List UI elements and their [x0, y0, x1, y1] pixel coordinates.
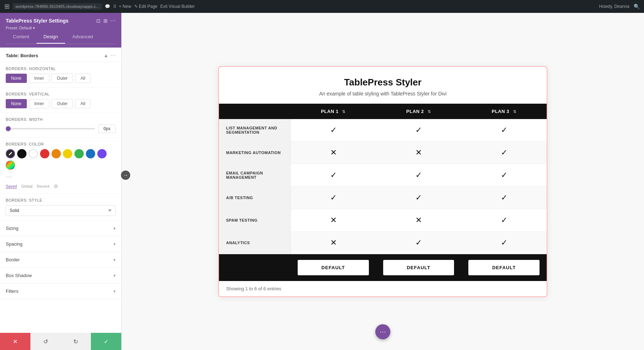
cross-icon: ✕ — [330, 148, 337, 157]
row-feature-0: LIST MANAGEMENT AND SEGMENTATION — [219, 119, 291, 142]
panel-title-icons: ⊡ ⊞ ⋯ — [96, 18, 116, 24]
default-button-plan2[interactable]: DEFAULT — [383, 260, 454, 275]
border-title: Border — [6, 257, 20, 262]
collapse-icon[interactable]: ▲ — [103, 53, 108, 58]
filters-section: Filters ▾ — [0, 284, 121, 299]
topbar: ⊞ wordpress-784896-3610405.cloudwaysapps… — [0, 0, 644, 13]
default-button-plan3[interactable]: DEFAULT — [468, 260, 540, 275]
box-shadow-chevron-icon: ▾ — [113, 273, 116, 278]
box-shadow-header[interactable]: Box Shadow ▾ — [0, 268, 121, 283]
cross-icon: ✕ — [330, 238, 337, 247]
toggle-none-vertical[interactable]: None — [6, 99, 27, 108]
table-title-section: TablePress Styler An example of table st… — [219, 67, 547, 104]
section-more-icon[interactable]: ⋯ — [111, 53, 116, 58]
color-tab-global[interactable]: Global — [21, 184, 33, 188]
edit-page-button[interactable]: ✎ Edit Page — [134, 4, 157, 9]
redo-button[interactable]: ↻ — [61, 333, 91, 350]
blue-swatch[interactable] — [86, 149, 95, 158]
sizing-chevron-icon: ▾ — [113, 226, 116, 231]
table-row: MARKETING AUTOMATION✕✕✓ — [219, 141, 547, 164]
row-3-plan2: ✓ — [376, 186, 462, 209]
yellow-swatch[interactable] — [63, 149, 72, 158]
default-button-plan1[interactable]: DEFAULT — [298, 260, 369, 275]
border-header[interactable]: Border ▾ — [0, 252, 121, 267]
toggle-outer-vertical[interactable]: Outer — [52, 99, 73, 108]
check-icon: ✓ — [330, 125, 337, 134]
sizing-header[interactable]: Sizing ▾ — [0, 221, 121, 236]
width-slider-track[interactable] — [6, 128, 95, 129]
new-button[interactable]: + New — [119, 4, 131, 9]
width-value-input[interactable] — [98, 124, 116, 133]
borders-width-row: Borders: Width — [0, 113, 121, 138]
tab-content[interactable]: Content — [6, 30, 36, 44]
width-slider-thumb[interactable] — [6, 126, 11, 131]
row-3-plan3: ✓ — [461, 186, 547, 209]
sort-icon-plan3: ⇅ — [513, 109, 517, 114]
toggle-all-vertical[interactable]: All — [75, 99, 91, 108]
border-chevron-icon: ▾ — [113, 257, 116, 262]
clone-icon[interactable]: ⊡ — [96, 18, 101, 24]
row-1-plan1: ✕ — [291, 141, 376, 164]
more-swatches-icon[interactable]: ⋯ — [6, 173, 12, 181]
preset-dropdown-icon[interactable]: ▾ — [33, 26, 35, 30]
showing-text: Showing 1 to 6 of 6 entries — [226, 286, 281, 291]
cross-icon: ✕ — [415, 148, 422, 157]
row-0-plan2: ✓ — [376, 119, 462, 142]
orange-swatch[interactable] — [52, 149, 61, 158]
toggle-none-horizontal[interactable]: None — [6, 74, 27, 83]
toggle-inner-horizontal[interactable]: Inner — [29, 74, 49, 83]
cross-icon: ✕ — [330, 216, 337, 225]
row-2-plan1: ✓ — [291, 164, 376, 186]
close-button[interactable]: ✕ — [0, 333, 30, 350]
filters-header[interactable]: Filters ▾ — [0, 284, 121, 299]
undo-button[interactable]: ↺ — [30, 333, 61, 350]
spacing-header[interactable]: Spacing ▾ — [0, 236, 121, 252]
box-shadow-section: Box Shadow ▾ — [0, 268, 121, 284]
layout-icon[interactable]: ⊞ — [103, 18, 108, 24]
user-greeting: Howdy, Deanna — [599, 4, 630, 9]
toggle-all-horizontal[interactable]: All — [75, 74, 91, 83]
spacing-chevron-icon: ▾ — [113, 242, 116, 247]
borders-width-slider-row — [6, 124, 116, 133]
save-button[interactable]: ✓ — [91, 333, 121, 350]
color-tab-recent[interactable]: Recent — [37, 184, 49, 188]
table-header-plan2[interactable]: PLAN 2 ⇅ — [376, 104, 462, 119]
toggle-outer-horizontal[interactable]: Outer — [52, 74, 73, 83]
color-tab-saved[interactable]: Saved — [6, 184, 17, 189]
panel-resize-handle[interactable]: → — [121, 171, 130, 180]
check-icon: ✓ — [501, 148, 507, 157]
comment-icon: 💬 — [105, 4, 110, 9]
wp-logo-icon[interactable]: ⊞ — [4, 3, 10, 10]
black-swatch[interactable] — [17, 149, 26, 158]
white-swatch[interactable] — [29, 149, 38, 158]
data-table: PLAN 1 ⇅ PLAN 2 ⇅ PLAN 3 ⇅ LIST MANAGEME… — [219, 104, 547, 281]
borders-vertical-label: Borders: Vertical — [6, 92, 116, 96]
search-icon[interactable]: 🔍 — [634, 4, 640, 9]
more-icon[interactable]: ⋯ — [111, 18, 116, 24]
row-0-plan3: ✓ — [461, 119, 547, 142]
table-header-plan1[interactable]: PLAN 1 ⇅ — [291, 104, 376, 119]
row-feature-2: EMAIL CAMPAIGN MANAGEMENT — [219, 164, 291, 186]
red-swatch[interactable] — [40, 149, 49, 158]
tab-design[interactable]: Design — [36, 30, 65, 44]
borders-style-select[interactable]: Solid Dashed Dotted Double None — [6, 205, 116, 216]
table-subtitle: An example of table styling with TablePr… — [226, 91, 540, 97]
purple-swatch[interactable] — [97, 149, 107, 158]
panel-title-row: TablePress Styler Settings ⊡ ⊞ ⋯ — [6, 18, 116, 24]
table-footer-empty — [219, 254, 291, 281]
custom-swatch[interactable] — [6, 161, 15, 170]
pencil-swatch[interactable] — [6, 149, 15, 158]
fab-button[interactable]: ⋯ — [375, 324, 390, 339]
color-settings-icon[interactable]: ⚙ — [54, 183, 58, 189]
toggle-inner-vertical[interactable]: Inner — [29, 99, 49, 108]
topbar-left: ⊞ wordpress-784896-3610405.cloudwaysapps… — [4, 3, 195, 10]
left-panel: TablePress Styler Settings ⊡ ⊞ ⋯ Preset:… — [0, 13, 122, 350]
check-icon: ✓ — [501, 125, 507, 134]
green-swatch[interactable] — [74, 149, 84, 158]
table-header-plan3[interactable]: PLAN 3 ⇅ — [461, 104, 547, 119]
exit-visual-builder-button[interactable]: Exit Visual Builder — [160, 4, 195, 9]
tab-advanced[interactable]: Advanced — [65, 30, 100, 44]
table-row: ANALYTICS✕✓✓ — [219, 231, 547, 254]
check-icon: ✓ — [501, 171, 507, 179]
cross-icon: ✕ — [415, 216, 422, 225]
